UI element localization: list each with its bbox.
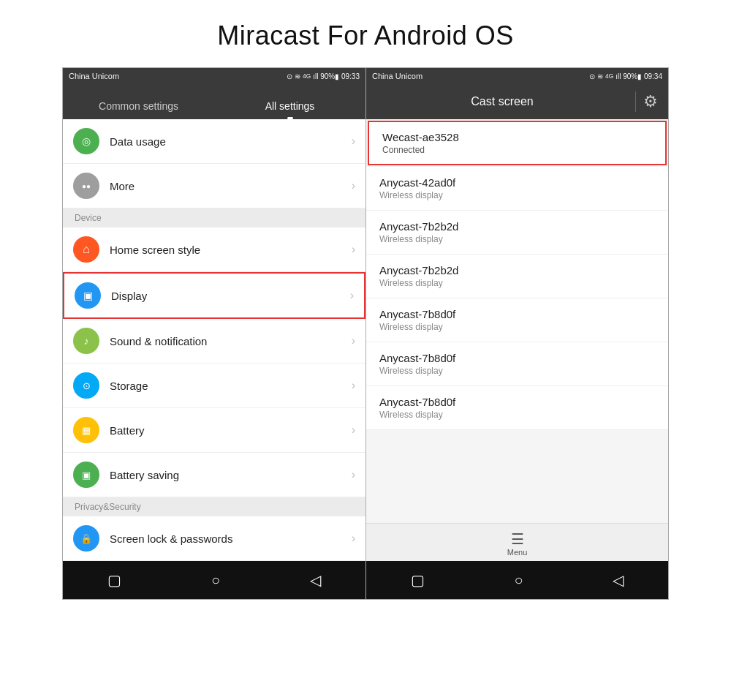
storage-chevron: › — [352, 379, 355, 392]
more-icon: ●● — [73, 173, 99, 199]
cast-item-anycast-2[interactable]: Anycast-7b2b2d Wireless display — [366, 211, 668, 255]
sound-chevron: › — [352, 334, 355, 347]
cast-item-anycast-5[interactable]: Anycast-7b8d0f Wireless display — [366, 342, 668, 386]
menu-label: Menu — [507, 548, 528, 557]
screenlock-icon: 🔒 — [73, 525, 99, 552]
right-carrier: China Unicom — [372, 72, 423, 80]
more-label: More — [110, 180, 352, 192]
cast-item-anycast-3[interactable]: Anycast-7b2b2d Wireless display — [366, 255, 668, 298]
home-chevron: › — [352, 243, 355, 256]
display-chevron: › — [350, 289, 354, 302]
right-nav-square[interactable]: ▢ — [399, 565, 436, 595]
cast-settings-icon[interactable]: ⚙ — [643, 92, 658, 111]
left-status-bar: China Unicom ⊙ ≋ 4G ıll 90%▮ 09:33 — [63, 68, 366, 84]
left-bottom-nav: ▢ ○ ◁ — [63, 561, 366, 599]
left-carrier: China Unicom — [69, 72, 119, 80]
anycast3-name: Anycast-7b2b2d — [379, 264, 655, 276]
left-nav-square[interactable]: ▢ — [96, 565, 133, 595]
anycast6-name: Anycast-7b8d0f — [379, 396, 655, 408]
display-label: Display — [111, 290, 350, 302]
tab-common-settings[interactable]: Common settings — [63, 100, 214, 119]
settings-item-battery-saving[interactable]: ▣ Battery saving › — [63, 453, 366, 497]
more-chevron: › — [352, 179, 355, 192]
settings-item-more[interactable]: ●● More › — [63, 164, 366, 208]
phone-left: China Unicom ⊙ ≋ 4G ıll 90%▮ 09:33 Commo… — [62, 67, 366, 600]
settings-item-sound[interactable]: ♪ Sound & notification › — [63, 319, 366, 364]
data-usage-label: Data usage — [110, 135, 352, 148]
battery-saving-label: Battery saving — [110, 469, 352, 481]
anycast4-sub: Wireless display — [379, 322, 655, 332]
settings-item-data-usage[interactable]: ◎ Data usage › — [63, 119, 366, 164]
cast-screen-title: Cast screen — [376, 95, 628, 108]
display-icon: ▣ — [75, 282, 101, 309]
menu-icon: ☰ — [511, 532, 524, 546]
battery-icon: ▦ — [73, 417, 99, 443]
cast-list: Wecast-ae3528 Connected Anycast-42ad0f W… — [366, 119, 668, 523]
tab-all-settings[interactable]: All settings — [214, 100, 366, 119]
battery-chevron: › — [352, 424, 355, 437]
anycast6-sub: Wireless display — [379, 410, 655, 420]
home-label: Home screen style — [110, 244, 352, 256]
wecast-name: Wecast-ae3528 — [382, 131, 652, 143]
data-usage-icon: ◎ — [73, 128, 99, 154]
storage-icon: ⊙ — [73, 372, 99, 399]
anycast1-name: Anycast-42ad0f — [379, 176, 655, 189]
left-nav-back[interactable]: ◁ — [298, 565, 333, 595]
left-status-icons: ⊙ ≋ 4G ıll 90%▮ 09:33 — [287, 72, 360, 80]
cast-header-divider — [635, 91, 636, 112]
page-title: Miracast For Android OS — [0, 0, 731, 67]
anycast4-name: Anycast-7b8d0f — [379, 308, 655, 320]
cast-menu-area[interactable]: ☰ Menu — [366, 523, 668, 561]
battery-saving-chevron: › — [352, 468, 355, 481]
section-device: Device — [63, 208, 366, 227]
anycast2-name: Anycast-7b2b2d — [379, 220, 655, 233]
settings-item-display[interactable]: ▣ Display › — [63, 272, 366, 319]
right-nav-circle[interactable]: ○ — [502, 566, 534, 595]
cast-item-anycast-6[interactable]: Anycast-7b8d0f Wireless display — [366, 386, 668, 430]
anycast5-sub: Wireless display — [379, 366, 655, 376]
phones-container: China Unicom ⊙ ≋ 4G ıll 90%▮ 09:33 Commo… — [0, 67, 731, 600]
anycast3-sub: Wireless display — [379, 278, 655, 288]
wecast-sub: Connected — [382, 145, 652, 155]
home-icon: ⌂ — [73, 236, 99, 263]
right-nav-back[interactable]: ◁ — [601, 565, 635, 595]
storage-label: Storage — [110, 380, 352, 392]
settings-item-home[interactable]: ⌂ Home screen style › — [63, 227, 366, 272]
settings-item-battery[interactable]: ▦ Battery › — [63, 408, 366, 453]
left-nav-bar: Common settings All settings — [63, 84, 366, 119]
right-bottom-nav: ▢ ○ ◁ — [366, 561, 668, 599]
data-usage-chevron: › — [352, 135, 355, 148]
phone-right: China Unicom ⊙ ≋ 4G ıll 90%▮ 09:34 Cast … — [366, 67, 669, 600]
left-nav-circle[interactable]: ○ — [200, 566, 232, 595]
right-status-icons: ⊙ ≋ 4G ıll 90%▮ 09:34 — [589, 72, 662, 80]
settings-item-storage[interactable]: ⊙ Storage › — [63, 364, 366, 408]
section-privacy: Privacy&Security — [63, 497, 366, 516]
screenlock-label: Screen lock & passwords — [110, 532, 352, 545]
anycast5-name: Anycast-7b8d0f — [379, 352, 655, 364]
sound-icon: ♪ — [73, 328, 99, 354]
battery-saving-icon: ▣ — [73, 462, 99, 488]
anycast2-sub: Wireless display — [379, 234, 655, 244]
right-status-bar: China Unicom ⊙ ≋ 4G ıll 90%▮ 09:34 — [366, 68, 668, 84]
cast-item-wecast[interactable]: Wecast-ae3528 Connected — [368, 121, 667, 165]
screenlock-chevron: › — [352, 532, 355, 545]
cast-header: Cast screen ⚙ — [366, 84, 668, 119]
settings-item-screenlock[interactable]: 🔒 Screen lock & passwords › — [63, 516, 366, 561]
battery-label: Battery — [110, 424, 352, 437]
anycast1-sub: Wireless display — [379, 190, 655, 200]
sound-label: Sound & notification — [110, 335, 352, 347]
cast-item-anycast-1[interactable]: Anycast-42ad0f Wireless display — [366, 167, 668, 211]
cast-item-anycast-4[interactable]: Anycast-7b8d0f Wireless display — [366, 298, 668, 342]
settings-list: ◎ Data usage › ●● More › Device — [63, 119, 366, 561]
